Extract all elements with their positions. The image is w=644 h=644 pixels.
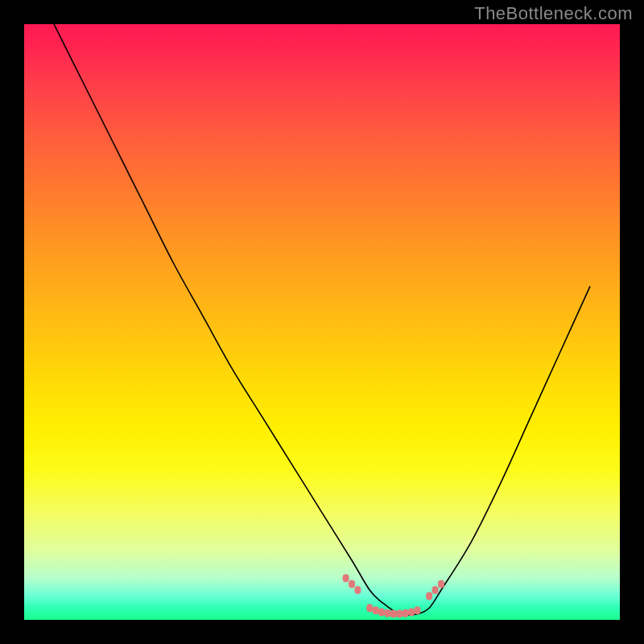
marker-dot xyxy=(390,610,397,618)
highlight-markers xyxy=(343,574,444,617)
marker-dot xyxy=(354,586,361,594)
bottleneck-curve xyxy=(54,24,590,615)
marker-dot xyxy=(378,608,385,616)
marker-dot xyxy=(438,580,444,588)
curve-layer xyxy=(24,24,620,620)
marker-dot xyxy=(343,574,349,582)
marker-dot xyxy=(414,606,420,614)
marker-dot xyxy=(396,610,402,618)
plot-area xyxy=(24,24,620,620)
marker-dot xyxy=(426,592,432,600)
watermark-text: TheBottleneck.com xyxy=(474,3,633,24)
marker-dot xyxy=(349,580,355,588)
marker-dot xyxy=(366,604,373,612)
marker-dot xyxy=(408,608,415,616)
marker-dot xyxy=(432,586,439,594)
marker-dot xyxy=(373,606,379,614)
marker-dot xyxy=(402,609,409,617)
marker-dot xyxy=(384,609,390,617)
chart-frame: TheBottleneck.com xyxy=(0,0,644,644)
